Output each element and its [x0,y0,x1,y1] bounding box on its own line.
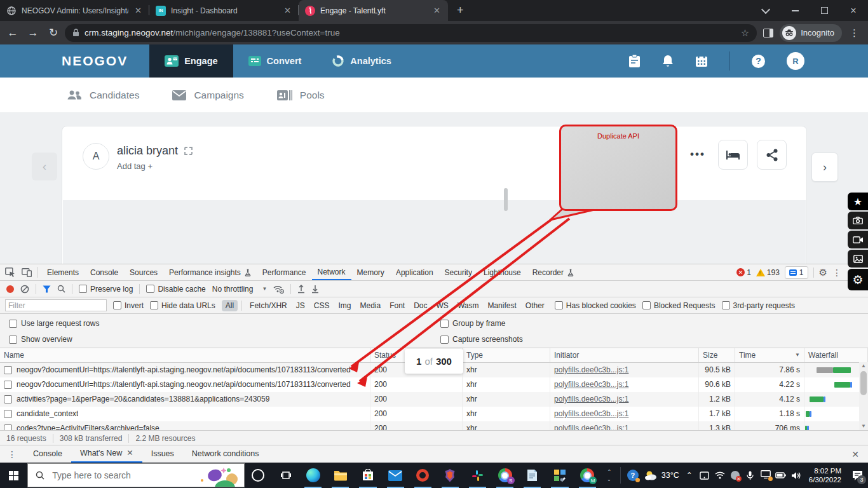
screenshot-app-icon[interactable]: ★ [848,193,868,210]
close-tab-icon[interactable]: ✕ [126,445,133,462]
mail-icon[interactable] [382,463,409,488]
type-filter-fetch-xhr[interactable]: Fetch/XHR [246,300,291,311]
bookmark-star-icon[interactable]: ☆ [741,27,749,39]
filter-funnel-icon[interactable] [43,285,51,293]
scrollbar-thumb[interactable] [860,371,867,395]
column-header-name[interactable]: Name [0,348,370,362]
user-avatar[interactable]: R [787,52,804,70]
request-initiator-link[interactable]: polyfills.dee0c3b...js:1 [554,395,628,403]
tab-close-icon[interactable]: ✕ [432,6,442,15]
help-icon[interactable]: ? [752,55,765,68]
console-errors-badge[interactable]: ✕1 [736,268,751,277]
next-candidate-button[interactable]: › [811,152,838,182]
hide-data-urls-option[interactable]: Hide data URLs [150,301,215,310]
notepad-icon[interactable] [519,463,546,488]
devtools-tab-performance-insights[interactable]: Performance insights [163,265,257,280]
new-tab-button[interactable]: + [448,4,473,17]
tab-search-icon[interactable] [751,0,780,21]
side-panel-icon[interactable] [759,24,777,42]
export-har-icon[interactable] [311,285,319,294]
scroll-down-icon[interactable]: ▼ [859,423,868,430]
microphone-icon[interactable] [743,463,758,488]
request-row-checkbox[interactable] [4,424,12,430]
type-filter-img[interactable]: Img [334,300,355,311]
calendar-icon[interactable] [695,55,708,67]
request-name[interactable]: activities?page=1&perPage=20&candidates=… [17,392,269,407]
capture-screenshots-checkbox[interactable] [440,336,449,344]
request-row-checkbox[interactable] [4,366,12,374]
filter-input[interactable] [5,299,107,311]
file-explorer-icon[interactable] [327,463,354,488]
device-toolbar-icon[interactable] [22,268,32,277]
devtools-tab-elements[interactable]: Elements [41,265,85,280]
column-header-type[interactable]: Type [463,348,550,362]
page-scrollbar-thumb[interactable] [504,188,508,211]
get-help-icon[interactable]: ? [623,463,642,488]
taskbar-clock[interactable]: 8:02 PM6/30/2022 [804,466,846,484]
chrome-profile-s-icon[interactable]: S [491,463,519,488]
type-filter-doc[interactable]: Doc [410,300,431,311]
devtools-tab-performance[interactable]: Performance [257,265,312,280]
type-filter-wasm[interactable]: Wasm [454,300,483,311]
tablet-device-icon[interactable] [697,463,712,488]
opera-icon[interactable] [409,463,437,488]
preserve-log-checkbox[interactable] [79,285,87,293]
previous-candidate-button[interactable]: ‹ [32,152,57,180]
drawer-tab-issues[interactable]: Issues [142,445,183,463]
column-header-size[interactable]: Size [699,348,735,362]
interview-bed-button[interactable] [718,140,748,170]
tasks-clipboard-icon[interactable] [628,55,641,68]
devtools-tab-network[interactable]: Network [312,265,351,280]
notifications-bell-icon[interactable] [662,55,674,68]
movemaker-tools-icon[interactable] [546,463,573,488]
clear-network-log-icon[interactable] [20,285,29,294]
chrome-profile-m-icon[interactable]: M [574,463,601,488]
disable-cache-option[interactable]: Disable cache [146,285,205,294]
subnav-campaigns[interactable]: Campaigns [172,90,243,101]
close-drawer-icon[interactable]: ✕ [851,449,868,459]
scroll-up-icon[interactable]: ▲ [859,362,868,370]
network-conditions-icon[interactable] [273,285,284,294]
table-scrollbar[interactable]: ▲ ▼ [859,362,868,430]
request-row-checkbox[interactable] [4,410,12,418]
camera-icon[interactable] [848,212,868,229]
back-button[interactable]: ← [4,24,22,42]
type-filter-font[interactable]: Font [386,300,409,311]
request-name[interactable]: candidate_context [17,407,78,421]
import-har-icon[interactable] [297,285,305,294]
invert-checkbox[interactable] [113,301,121,309]
record-network-log-button[interactable] [6,285,14,293]
reload-button[interactable]: ↻ [44,24,62,42]
request-initiator-link[interactable]: polyfills.dee0c3b...js:1 [554,365,628,374]
browser-tab-insight[interactable]: IN Insight - Dashboard ✕ [149,0,299,21]
brave-icon[interactable] [437,463,464,488]
blocked-requests-checkbox[interactable] [642,301,651,309]
devtools-tab-console[interactable]: Console [85,265,124,280]
hide-data-urls-checkbox[interactable] [150,301,158,309]
type-filter-other[interactable]: Other [522,300,548,311]
group-by-frame-option[interactable]: Group by frame [440,319,505,328]
sync-disabled-icon[interactable]: ✕ [728,463,743,488]
devtools-tab-security[interactable]: Security [439,265,478,280]
task-view-icon[interactable] [272,463,299,488]
subnav-candidates[interactable]: Candidates [67,90,139,101]
console-warnings-badge[interactable]: 193 [756,268,780,277]
forward-button[interactable]: → [24,24,42,42]
request-initiator-link[interactable]: polyfills.dee0c3b...js:1 [554,424,628,430]
taskbar-scroll-icons[interactable]: ⌃⌃ [601,469,618,482]
show-overview-option[interactable]: Show overview [9,335,72,344]
microsoft-store-icon[interactable] [354,463,381,488]
request-row-checkbox[interactable] [4,381,12,389]
third-party-requests-option[interactable]: 3rd-party requests [722,301,795,310]
throttling-select[interactable]: No throttling▼ [212,285,268,294]
type-filter-css[interactable]: CSS [310,300,334,311]
drawer-menu-icon[interactable]: ⋮ [0,449,24,459]
tab-close-icon[interactable]: ✕ [133,6,143,15]
battery-icon[interactable] [773,463,789,488]
address-bar[interactable]: crm.staging.neogov.net/michigan/engage/1… [65,24,757,42]
slack-icon[interactable] [464,463,491,488]
add-tag-button[interactable]: Add tag + [117,161,153,171]
drawer-tab-console[interactable]: Console [24,445,71,463]
column-header-waterfall[interactable]: Waterfall [804,348,868,362]
nav-convert[interactable]: Convert [233,44,317,78]
